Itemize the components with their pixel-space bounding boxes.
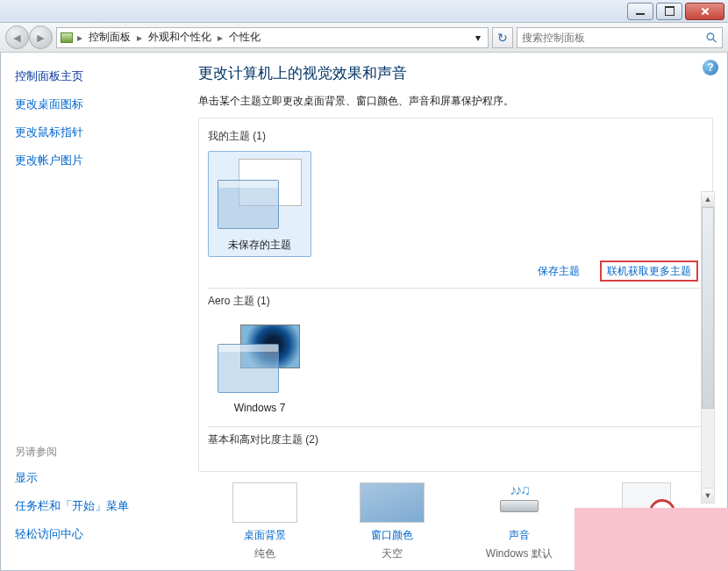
- get-more-themes-link[interactable]: 联机获取更多主题: [600, 261, 698, 282]
- tile-thumbnail: [232, 482, 297, 523]
- tile-sounds[interactable]: ♪♪♫ 声音 Windows 默认: [462, 482, 576, 561]
- section-aero-themes: Aero 主题 (1): [208, 294, 703, 309]
- tile-desktop-background[interactable]: 桌面背景 纯色: [208, 482, 322, 561]
- theme-windows7[interactable]: Windows 7: [208, 316, 311, 418]
- theme-thumbnail: [214, 319, 305, 396]
- sidebar-footer-taskbar[interactable]: 任务栏和「开始」菜单: [15, 498, 174, 514]
- breadcrumb-item[interactable]: 外观和个性化: [146, 30, 213, 45]
- sidebar-footer-display[interactable]: 显示: [15, 470, 174, 486]
- search-input[interactable]: [522, 32, 717, 44]
- main-content: ? 更改计算机上的视觉效果和声音 单击某个主题立即更改桌面背景、窗口颜色、声音和…: [188, 53, 727, 570]
- theme-label: Windows 7: [234, 402, 286, 414]
- section-my-themes: 我的主题 (1): [208, 129, 703, 144]
- close-button[interactable]: [685, 3, 724, 20]
- tile-subtitle: 纯色: [208, 546, 322, 561]
- sidebar-home-link[interactable]: 控制面板主页: [15, 68, 174, 84]
- scroll-down-button[interactable]: ▼: [702, 488, 714, 503]
- breadcrumb-item[interactable]: 控制面板: [87, 30, 132, 45]
- themes-panel: 我的主题 (1) 未保存的主题 保存主题 联机获取更多主题 Aero 主题 (1…: [198, 118, 713, 472]
- section-basic-themes: 基本和高对比度主题 (2): [208, 432, 703, 447]
- sound-icon: ♪♪♫: [487, 482, 552, 523]
- divider: [208, 288, 703, 289]
- tile-subtitle: 天空: [335, 546, 449, 561]
- sidebar-see-also-label: 另请参阅: [15, 445, 174, 460]
- help-icon[interactable]: ?: [703, 60, 718, 75]
- breadcrumb-item[interactable]: 个性化: [227, 30, 262, 45]
- theme-thumbnail: [214, 155, 305, 232]
- chevron-right-icon: ▸: [75, 32, 85, 44]
- overlay-watermark: [575, 508, 728, 571]
- divider: [208, 426, 703, 427]
- window-titlebar: [0, 0, 728, 23]
- sidebar-link-account-picture[interactable]: 更改帐户图片: [15, 153, 174, 168]
- back-button[interactable]: ◄: [5, 25, 29, 49]
- breadcrumb-dropdown[interactable]: ▾: [472, 32, 484, 44]
- chevron-right-icon: ▸: [215, 32, 225, 44]
- sidebar-link-mouse-pointer[interactable]: 更改鼠标指针: [15, 125, 174, 140]
- tile-title: 桌面背景: [208, 528, 322, 543]
- scroll-up-button[interactable]: ▲: [702, 192, 714, 207]
- tile-title: 声音: [462, 528, 576, 543]
- scrollbar-thumb[interactable]: [702, 207, 714, 409]
- sidebar-link-desktop-icons[interactable]: 更改桌面图标: [15, 96, 174, 112]
- theme-unsaved[interactable]: 未保存的主题: [208, 151, 311, 257]
- minimize-button[interactable]: [627, 3, 653, 20]
- location-icon: [61, 32, 73, 43]
- theme-label: 未保存的主题: [228, 239, 291, 251]
- sidebar: 控制面板主页 更改桌面图标 更改鼠标指针 更改帐户图片 另请参阅 显示 任务栏和…: [1, 53, 188, 570]
- tile-title: 窗口颜色: [335, 528, 449, 543]
- chevron-right-icon: ▸: [134, 32, 145, 44]
- breadcrumb-bar[interactable]: ▸ 控制面板 ▸ 外观和个性化 ▸ 个性化 ▾: [56, 27, 489, 48]
- tile-window-color[interactable]: 窗口颜色 天空: [335, 482, 449, 561]
- sidebar-footer-ease[interactable]: 轻松访问中心: [15, 526, 174, 542]
- forward-button[interactable]: ►: [29, 25, 53, 49]
- navigation-bar: ◄ ► ▸ 控制面板 ▸ 外观和个性化 ▸ 个性化 ▾ ↻ ⚲: [0, 23, 728, 53]
- tile-subtitle: Windows 默认: [462, 546, 576, 561]
- vertical-scrollbar[interactable]: ▲ ▼: [701, 191, 715, 503]
- search-box[interactable]: ⚲: [517, 27, 723, 48]
- tile-thumbnail: [360, 482, 425, 523]
- maximize-button[interactable]: [656, 3, 682, 20]
- page-subtitle: 单击某个主题立即更改桌面背景、窗口颜色、声音和屏幕保护程序。: [198, 94, 713, 109]
- page-title: 更改计算机上的视觉效果和声音: [198, 63, 713, 83]
- save-theme-link[interactable]: 保存主题: [538, 265, 580, 277]
- search-icon: ⚲: [702, 28, 721, 47]
- refresh-button[interactable]: ↻: [492, 27, 513, 48]
